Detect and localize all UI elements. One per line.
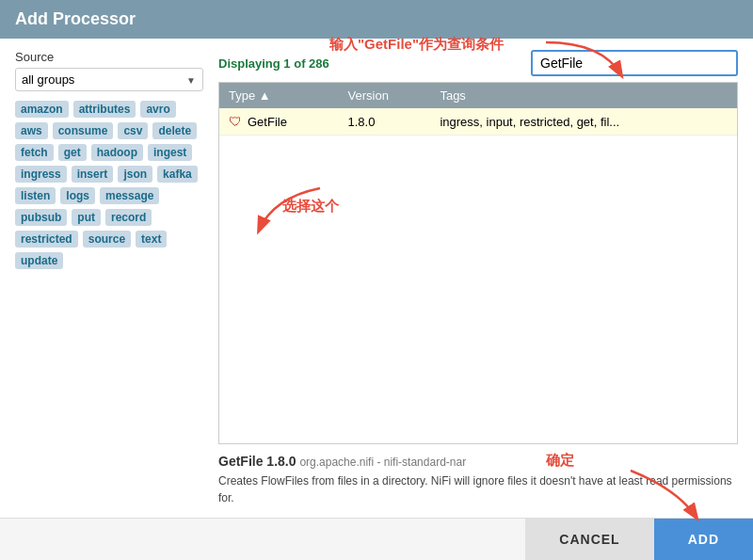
- tag-pubsub[interactable]: pubsub: [15, 209, 67, 226]
- tag-logs[interactable]: logs: [60, 187, 95, 204]
- table-row[interactable]: 🛡GetFile1.8.0ingress, input, restricted,…: [219, 108, 737, 136]
- tag-ingest[interactable]: ingest: [148, 144, 192, 161]
- tags-cloud: amazonattributesavroawsconsumecsvdeletef…: [15, 101, 203, 269]
- dialog-body: Source all groups ▼ amazonattributesavro…: [0, 39, 753, 518]
- processor-description-area: GetFile 1.8.0 org.apache.nifi - nifi-sta…: [218, 444, 738, 506]
- search-input[interactable]: [531, 50, 738, 76]
- processor-version: 1.8.0: [266, 454, 299, 469]
- tag-update[interactable]: update: [15, 252, 63, 269]
- tag-consume[interactable]: consume: [53, 122, 114, 139]
- tag-listen[interactable]: listen: [15, 187, 56, 204]
- tag-source[interactable]: source: [83, 231, 131, 248]
- tag-attributes[interactable]: attributes: [73, 101, 136, 118]
- tag-put[interactable]: put: [72, 209, 101, 226]
- processor-table: Type ▲ Version Tags 🛡GetFile1.8.0ingress…: [219, 83, 737, 136]
- add-button[interactable]: ADD: [654, 519, 753, 560]
- table-cell-tags: ingress, input, restricted, get, fil...: [430, 108, 737, 136]
- processor-type-name: GetFile: [248, 115, 287, 129]
- tag-text[interactable]: text: [136, 231, 167, 248]
- tag-message[interactable]: message: [100, 187, 159, 204]
- processor-table-container: Type ▲ Version Tags 🛡GetFile1.8.0ingress…: [218, 82, 738, 444]
- col-type: Type ▲: [219, 83, 339, 108]
- table-header-row: Type ▲ Version Tags: [219, 83, 737, 108]
- left-panel: Source all groups ▼ amazonattributesavro…: [15, 50, 203, 506]
- source-select[interactable]: all groups: [15, 68, 203, 91]
- tag-delete[interactable]: delete: [152, 122, 197, 139]
- processor-name: GetFile: [218, 454, 266, 469]
- displaying-count: Displaying 1 of 286: [218, 56, 329, 71]
- processor-description: Creates FlowFiles from files in a direct…: [218, 472, 738, 506]
- dialog-footer: CANCEL ADD: [0, 518, 753, 560]
- tag-get[interactable]: get: [58, 144, 87, 161]
- main-content: Source all groups ▼ amazonattributesavro…: [0, 39, 753, 518]
- tag-insert[interactable]: insert: [72, 166, 114, 183]
- add-processor-dialog: Add Processor Source all groups ▼ amazon…: [0, 0, 753, 560]
- table-cell-type: 🛡GetFile: [219, 108, 339, 136]
- tag-fetch[interactable]: fetch: [15, 144, 54, 161]
- tag-csv[interactable]: csv: [118, 122, 148, 139]
- tag-amazon[interactable]: amazon: [15, 101, 69, 118]
- source-label: Source: [15, 50, 203, 64]
- tag-restricted[interactable]: restricted: [15, 231, 78, 248]
- tag-ingress[interactable]: ingress: [15, 166, 67, 183]
- source-select-wrapper: all groups ▼: [15, 68, 203, 91]
- processor-title: GetFile 1.8.0 org.apache.nifi - nifi-sta…: [218, 454, 738, 469]
- col-tags: Tags: [430, 83, 737, 108]
- cancel-button[interactable]: CANCEL: [525, 519, 653, 560]
- restricted-icon: 🛡: [229, 114, 242, 129]
- processor-nar: org.apache.nifi - nifi-standard-nar: [299, 456, 466, 469]
- tag-kafka[interactable]: kafka: [157, 166, 198, 183]
- dialog-title: Add Processor: [15, 9, 136, 28]
- tag-avro[interactable]: avro: [140, 101, 175, 118]
- right-content: Displaying 1 of 286 Type ▲ Version Tags: [218, 50, 738, 506]
- search-bar-row: Displaying 1 of 286: [218, 50, 738, 76]
- tag-hadoop[interactable]: hadoop: [91, 144, 143, 161]
- tag-record[interactable]: record: [105, 209, 152, 226]
- tag-json[interactable]: json: [118, 166, 152, 183]
- col-version: Version: [339, 83, 431, 108]
- tag-aws[interactable]: aws: [15, 122, 48, 139]
- table-cell-version: 1.8.0: [339, 108, 431, 136]
- dialog-header: Add Processor: [0, 0, 753, 39]
